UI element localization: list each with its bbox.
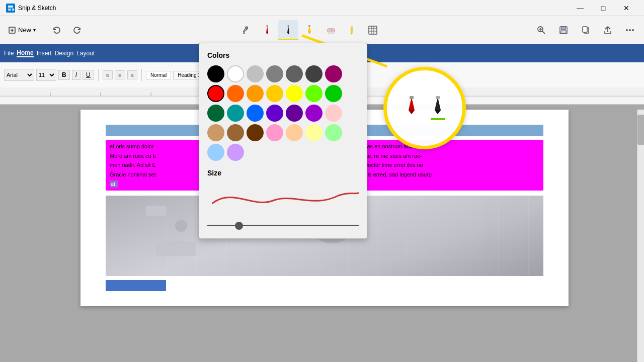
more-icon xyxy=(625,25,635,35)
pencil-button[interactable] xyxy=(342,20,362,40)
blue-bottom-bar xyxy=(106,280,166,291)
left-text5: at. xyxy=(110,180,118,188)
color-swatch-white[interactable] xyxy=(227,65,244,82)
svg-marker-57 xyxy=(409,110,415,114)
color-swatch-green[interactable] xyxy=(325,85,342,102)
zoom-black-highlighter[interactable] xyxy=(429,96,447,120)
svg-rect-13 xyxy=(308,25,310,27)
pencil-icon xyxy=(346,25,357,36)
color-swatch-peach[interactable] xyxy=(286,124,303,141)
zoom-button[interactable] xyxy=(531,20,551,40)
color-swatch-medium-purple[interactable] xyxy=(305,105,323,122)
scrollbar-thumb[interactable] xyxy=(637,115,644,145)
save-button[interactable] xyxy=(553,20,574,40)
color-swatch-dark-brown[interactable] xyxy=(247,124,264,141)
toolbar-right xyxy=(531,20,640,40)
color-swatch-tan[interactable] xyxy=(207,124,224,141)
font-selector[interactable]: Arial xyxy=(4,69,34,81)
scrollbar-vertical[interactable] xyxy=(637,110,644,362)
italic-button[interactable]: I xyxy=(72,70,80,80)
color-swatch-orange[interactable] xyxy=(227,85,244,102)
color-swatch-medium-gray[interactable] xyxy=(266,65,283,82)
svg-line-26 xyxy=(542,31,545,34)
new-button[interactable]: New ▾ xyxy=(4,21,40,39)
color-swatch-light-green[interactable] xyxy=(325,124,342,141)
touch-writing-button[interactable] xyxy=(236,20,256,40)
ribbon-design-tab[interactable]: Design xyxy=(55,50,73,57)
ribbon-layout-tab[interactable]: Layout xyxy=(76,50,95,57)
crop-button[interactable] xyxy=(363,20,383,40)
color-swatch-dark-green[interactable] xyxy=(207,105,224,122)
color-swatch-teal[interactable] xyxy=(227,105,244,122)
svg-point-51 xyxy=(175,220,187,232)
eraser-icon xyxy=(325,25,336,36)
color-swatch-light-blue[interactable] xyxy=(207,144,224,161)
red-highlighter-icon xyxy=(403,96,421,117)
color-swatch-yellow-orange[interactable] xyxy=(266,85,283,102)
redo-icon xyxy=(72,25,83,35)
divider3 xyxy=(141,69,142,81)
red-pen-icon xyxy=(262,25,273,36)
minimize-button[interactable]: — xyxy=(569,0,592,16)
color-grid xyxy=(207,65,359,161)
red-pen-button[interactable] xyxy=(257,20,277,40)
size-slider[interactable] xyxy=(207,225,359,226)
color-swatch-red[interactable] xyxy=(207,85,224,102)
color-swatch-light-pink[interactable] xyxy=(325,105,342,122)
colors-title: Colors xyxy=(207,51,359,59)
toolbar-left: New ▾ xyxy=(4,20,88,40)
ribbon-file-tab[interactable]: File xyxy=(4,50,14,57)
svg-rect-20 xyxy=(369,26,377,34)
copy-button[interactable] xyxy=(576,20,596,40)
align-left-button[interactable]: ≡ xyxy=(103,70,113,79)
app-title: Snip & Sketch xyxy=(18,5,569,12)
color-swatch-darker-gray[interactable] xyxy=(305,65,323,82)
copy-icon xyxy=(581,25,591,35)
color-swatch-black[interactable] xyxy=(207,65,224,82)
ribbon-home-tab[interactable]: Home xyxy=(17,49,33,57)
color-swatch-yellow[interactable] xyxy=(286,85,303,102)
share-icon xyxy=(603,25,613,35)
style-normal[interactable]: Normal xyxy=(146,71,171,79)
svg-rect-31 xyxy=(561,31,566,33)
close-button[interactable]: ✕ xyxy=(615,0,638,16)
svg-rect-19 xyxy=(351,26,353,27)
divider2 xyxy=(98,69,99,81)
more-button[interactable] xyxy=(620,20,640,40)
color-swatch-yellow-green[interactable] xyxy=(305,85,323,102)
font-size-selector[interactable]: 11 xyxy=(36,69,56,81)
undo-button[interactable] xyxy=(46,20,66,40)
color-swatch-dark-orange[interactable] xyxy=(247,85,264,102)
eraser-button[interactable] xyxy=(320,20,341,40)
new-label: New xyxy=(18,26,31,34)
color-swatch-blue[interactable] xyxy=(247,105,264,122)
align-right-button[interactable]: ≡ xyxy=(127,70,137,79)
bold-button[interactable]: B xyxy=(58,70,70,80)
color-swatch-light-gray[interactable] xyxy=(247,65,264,82)
redo-button[interactable] xyxy=(67,20,88,40)
color-swatch-violet[interactable] xyxy=(286,105,303,122)
zoom-red-highlighter[interactable] xyxy=(403,96,421,120)
black-pen-icon xyxy=(283,25,294,36)
share-button[interactable] xyxy=(598,20,618,40)
svg-rect-49 xyxy=(146,206,166,216)
align-center-button[interactable]: ≡ xyxy=(115,70,125,79)
svg-marker-6 xyxy=(266,33,268,34)
svg-rect-7 xyxy=(267,25,268,27)
size-title: Size xyxy=(207,169,359,177)
color-swatch-purple[interactable] xyxy=(266,105,283,122)
black-pen-button[interactable] xyxy=(278,20,298,40)
color-swatch-brown[interactable] xyxy=(227,124,244,141)
ribbon-insert-tab[interactable]: Insert xyxy=(37,50,52,57)
maximize-button[interactable]: □ xyxy=(592,0,615,16)
color-swatch-lavender[interactable] xyxy=(227,144,244,161)
color-swatch-dark-pink[interactable] xyxy=(325,65,342,82)
color-swatch-pink[interactable] xyxy=(266,124,283,141)
color-swatch-dark-gray[interactable] xyxy=(286,65,303,82)
svg-rect-33 xyxy=(583,27,587,32)
colors-popup: Colors Size xyxy=(199,43,367,239)
divider xyxy=(43,23,43,37)
underline-button[interactable]: U xyxy=(83,70,94,80)
touch-writing-icon xyxy=(240,25,252,36)
color-swatch-light-yellow[interactable] xyxy=(305,124,323,141)
